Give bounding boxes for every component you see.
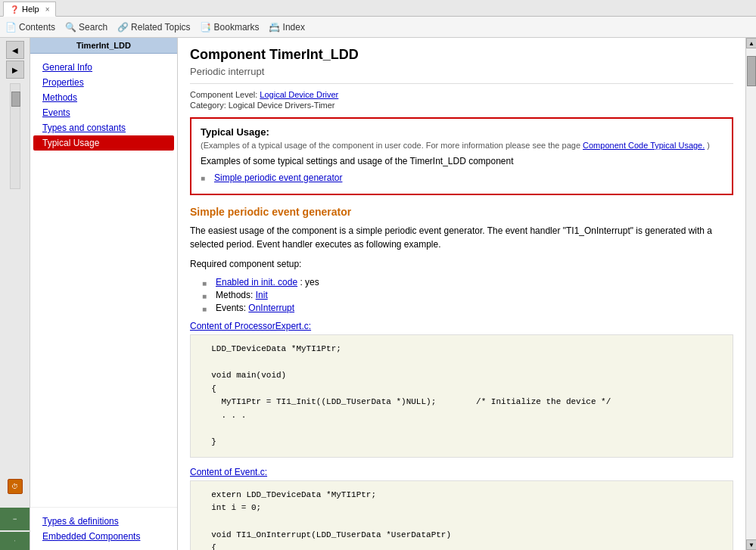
setup-bullet-3: ■ [202,305,211,313]
toolbar-related-topics[interactable]: 🔗 Related Topics [117,21,191,33]
content-area: Component TimerInt_LDD Periodic interrup… [178,38,745,550]
setup-item-1: ■ Enabled in init. code : yes [202,277,733,287]
help-tab-label: Help [22,5,39,14]
related-topics-icon: 🔗 [117,21,129,33]
code-label-1[interactable]: Content of ProcessorExpert.c: [190,321,733,331]
sidebar-header: TimerInt_LDD [30,38,177,54]
setup-item-1-text: Enabled in init. code : yes [216,277,319,287]
typical-usage-item-1: ■ Simple periodic event generator [201,172,723,183]
contents-icon: 📄 [5,21,17,33]
code-label-2[interactable]: Content of Event.c: [190,467,733,477]
meta-component-level-label: Component Level: [190,90,260,99]
code-block-1: LDD_TDeviceData *MyTI1Ptr; void main(voi… [190,334,733,458]
nav-events[interactable]: Events [30,105,177,120]
setup-list: ■ Enabled in init. code : yes ■ Methods:… [202,277,733,313]
sidebar: TimerInt_LDD General Info Properties Met… [30,38,178,550]
section-body: The easiest usage of the component is a … [190,224,733,251]
events-oninterrupt-link[interactable]: OnInterrupt [248,303,294,313]
nav-typical-usage[interactable]: Typical Usage [33,135,174,151]
typical-usage-box: Typical Usage: (Examples of a typical us… [190,117,733,195]
help-tab[interactable]: ❓ Help × [3,2,56,17]
side-label-1: i [0,508,30,530]
toolbar-index[interactable]: 📇 Index [269,21,305,33]
typical-usage-subtitle: (Examples of a typical usage of the comp… [201,141,723,150]
setup-item-1-suffix: : yes [300,277,319,287]
nav-types-constants[interactable]: Types and constants [30,120,177,135]
tab-close-btn[interactable]: × [45,5,50,14]
nav-properties[interactable]: Properties [30,75,177,90]
related-topics-label: Related Topics [131,22,191,33]
scroll-track [746,48,756,539]
meta-component-level-link[interactable]: Logical Device Driver [260,90,338,99]
tab-bar: ❓ Help × [0,0,756,17]
required-setup-label: Required component setup: [190,257,733,271]
left-scroll-thumb [11,92,20,107]
sidebar-nav: General Info Properties Methods Events T… [30,54,177,507]
bookmarks-label: Bookmarks [214,22,260,33]
scroll-down-btn[interactable]: ▼ [746,539,756,550]
side-labels: i · [0,508,30,550]
contents-label: Contents [19,22,55,33]
methods-init-link[interactable]: Init [256,290,268,300]
bullet-icon-1: ■ [201,174,210,182]
index-icon: 📇 [269,21,281,33]
left-scrollbar [10,83,20,189]
setup-item-3: ■ Events: OnInterrupt [202,303,733,313]
search-label: Search [79,22,107,33]
code-block-2: extern LDD_TDeviceData *MyTI1Ptr; int i … [190,480,733,550]
setup-item-2: ■ Methods: Init [202,290,733,300]
typical-usage-subtitle-link[interactable]: Component Code Typical Usage. [583,141,705,150]
meta-component-level: Component Level: Logical Device Driver [190,90,733,99]
nav-embedded-components[interactable]: Embedded Components [30,529,177,544]
toolbar-bookmarks[interactable]: 📑 Bookmarks [200,21,260,33]
setup-item-2-text: Methods: Init [216,290,268,300]
setup-bullet-2: ■ [202,292,211,300]
setup-item-3-text: Events: OnInterrupt [216,303,294,313]
left-panel: ◀ ▶ ⏱ i · [0,38,30,550]
page-subtitle: Periodic interrupt [190,66,733,77]
main-layout: ◀ ▶ ⏱ i · TimerInt_LDD General Info Prop… [0,38,756,550]
nav-methods[interactable]: Methods [30,90,177,105]
right-scrollbar: ▲ ▼ [745,38,756,550]
widget-icon: ⏱ [8,479,23,494]
setup-bullet-1: ■ [202,279,211,287]
nav-types-definitions[interactable]: Types & definitions [30,514,177,529]
typical-usage-subtitle-text: (Examples of a typical usage of the comp… [201,141,583,150]
typical-usage-title: Typical Usage: [201,126,723,138]
typical-usage-body: Examples of some typical settings and us… [201,156,723,166]
nav-general-info[interactable]: General Info [30,60,177,75]
side-label-2: · [0,532,30,550]
toolbar-contents[interactable]: 📄 Contents [5,21,55,33]
toolbar: 📄 Contents 🔍 Search 🔗 Related Topics 📑 B… [0,17,756,38]
page-title: Component TimerInt_LDD [190,47,733,63]
section-heading: Simple periodic event generator [190,206,733,218]
bookmarks-icon: 📑 [200,21,212,33]
enabled-in-init-link[interactable]: Enabled in init. code [216,277,297,287]
typical-usage-subtitle-close: ) [707,141,710,150]
search-icon: 🔍 [64,21,76,33]
sidebar-section2: Types & definitions Embedded Components [30,507,177,550]
hr-divider-1 [190,83,733,84]
section-body-text: The easiest usage of the component is a … [190,225,712,250]
nav-back-btn[interactable]: ◀ [6,41,24,59]
meta-category: Category: Logical Device Drivers-Timer [190,101,733,110]
nav-fwd-btn[interactable]: ▶ [6,61,24,79]
scroll-up-btn[interactable]: ▲ [746,38,756,48]
index-label: Index [283,22,305,33]
typical-usage-link-1[interactable]: Simple periodic event generator [214,172,342,183]
toolbar-search[interactable]: 🔍 Search [64,21,107,33]
widget-area: ⏱ [8,473,23,500]
scroll-thumb [747,56,756,86]
